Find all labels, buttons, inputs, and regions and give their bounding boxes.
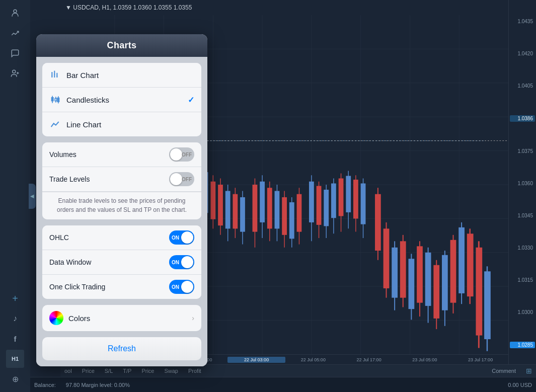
trade-levels-toggle[interactable]: OFF <box>169 172 194 186</box>
ohlc-toggle[interactable]: ON <box>169 230 194 245</box>
colors-label: Colors <box>68 314 192 323</box>
candlesticks-checkmark: ✓ <box>188 95 194 105</box>
one-click-trading-label: One Click Trading <box>49 283 169 291</box>
svg-rect-139 <box>57 98 59 102</box>
candlesticks-option[interactable]: Candlesticks ✓ <box>42 88 201 112</box>
volumes-label: Volumes <box>49 150 169 159</box>
data-window-toggle[interactable]: ON <box>169 255 194 269</box>
candlesticks-icon <box>49 94 61 106</box>
refresh-button[interactable]: Refresh <box>42 337 201 360</box>
trade-levels-info: Enable trade levels to see the prices of… <box>42 192 201 219</box>
bar-chart-label: Bar Chart <box>66 71 194 80</box>
volumes-toggle-text: OFF <box>182 152 192 158</box>
candlesticks-label: Candlesticks <box>66 96 183 104</box>
svg-rect-133 <box>52 98 53 101</box>
line-chart-label: Line Chart <box>66 120 194 129</box>
one-click-trading-toggle[interactable]: ON <box>169 280 194 294</box>
trade-levels-label: Trade Levels <box>49 175 169 183</box>
volumes-row: Volumes OFF <box>42 142 201 167</box>
trade-levels-toggle-knob <box>170 173 182 185</box>
ohlc-toggle-knob <box>181 231 193 244</box>
ohlc-row: OHLC ON <box>42 225 201 250</box>
one-click-trading-toggle-text: ON <box>172 284 179 290</box>
colors-row[interactable]: Colors › <box>42 305 201 331</box>
data-window-toggle-knob <box>181 256 193 268</box>
trade-levels-toggle-text: OFF <box>182 177 192 182</box>
svg-rect-136 <box>55 99 56 101</box>
modal-overlay: Charts <box>0 0 536 392</box>
colors-chevron-icon: › <box>192 314 194 322</box>
ohlc-section: OHLC ON Data Window ON One Click <box>42 225 201 299</box>
one-click-trading-row: One Click Trading ON <box>42 275 201 299</box>
volumes-trade-section: Volumes OFF Trade Levels OFF Enable trad… <box>42 142 201 219</box>
modal-title: Charts <box>107 40 137 50</box>
trade-levels-row: Trade Levels OFF <box>42 167 201 192</box>
line-chart-icon <box>49 118 61 130</box>
modal-body: Bar Chart <box>36 57 207 366</box>
bar-chart-icon <box>49 69 61 81</box>
volumes-toggle-knob <box>170 148 182 161</box>
one-click-trading-toggle-knob <box>181 281 193 293</box>
data-window-toggle-text: ON <box>172 260 179 265</box>
volumes-toggle[interactable]: OFF <box>169 147 194 162</box>
data-window-row: Data Window ON <box>42 250 201 275</box>
ohlc-label: OHLC <box>49 233 169 242</box>
charts-modal: Charts <box>36 34 207 366</box>
modal-header: Charts <box>36 34 207 57</box>
ohlc-toggle-text: ON <box>172 235 179 241</box>
color-wheel-icon <box>49 311 63 325</box>
chart-type-options: Bar Chart <box>42 63 201 136</box>
line-chart-option[interactable]: Line Chart <box>42 112 201 136</box>
bar-chart-option[interactable]: Bar Chart <box>42 63 201 88</box>
data-window-label: Data Window <box>49 258 169 266</box>
